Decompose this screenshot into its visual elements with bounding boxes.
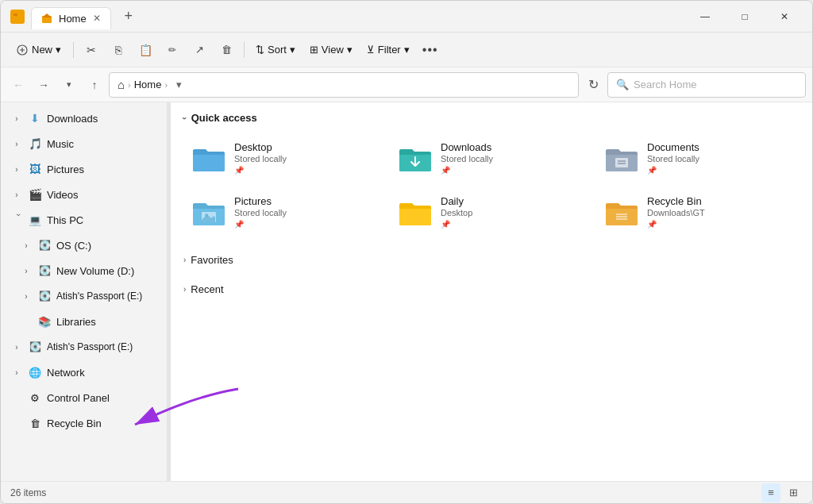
forward-button[interactable]: → xyxy=(33,74,55,96)
folder-sub-recycle-bin: Downloads\GT xyxy=(647,208,705,217)
sidebar-item-videos[interactable]: › 🎬 Videos xyxy=(4,182,164,207)
sidebar-item-network[interactable]: › 🌐 Network xyxy=(4,360,164,385)
sidebar-item-passport-e1[interactable]: › 💽 Atish's Passport (E:) xyxy=(4,283,164,309)
folder-tile-pictures[interactable]: Pictures Stored locally 📌 xyxy=(183,187,387,238)
sidebar-arrow-new-volume-d: › xyxy=(20,264,33,277)
sidebar-item-control-panel[interactable]: › ⚙ Control Panel xyxy=(4,385,164,410)
path-separator-1: › xyxy=(128,80,131,90)
sidebar-item-new-volume-d[interactable]: › 💽 New Volume (D:) xyxy=(4,258,164,283)
minimize-button[interactable]: — xyxy=(687,4,723,29)
toolbar-sep-1 xyxy=(73,42,74,58)
sidebar-icon-this-pc: 💻 xyxy=(28,213,42,227)
cut-button[interactable]: ✂ xyxy=(79,37,104,63)
sidebar-item-recycle-bin[interactable]: › 🗑 Recycle Bin xyxy=(4,410,164,436)
path-separator-2: › xyxy=(164,80,168,90)
sidebar-label-passport-e2: Atish's Passport (E:) xyxy=(47,341,133,352)
share-button[interactable]: ↗ xyxy=(187,37,212,63)
sidebar-arrow-pictures: › xyxy=(10,163,23,175)
recent-header[interactable]: › Recent xyxy=(183,277,800,300)
app-icon xyxy=(10,10,25,24)
folder-icon-documents xyxy=(604,141,639,176)
quick-access-header[interactable]: › Quick access xyxy=(171,102,812,130)
favorites-section: › Favorites xyxy=(171,244,812,274)
sidebar-item-passport-e2[interactable]: › 💽 Atish's Passport (E:) xyxy=(4,334,164,360)
main-area: › ⬇ Downloads › 🎵 Music › 🖼 Pictures › 🎬… xyxy=(1,102,812,481)
address-dropdown-button[interactable]: ▾ xyxy=(171,79,187,90)
sidebar-arrow-network: › xyxy=(10,366,23,379)
rename-button[interactable]: ✏ xyxy=(160,37,185,63)
active-tab[interactable]: Home ✕ xyxy=(31,7,111,29)
favorites-header[interactable]: › Favorites xyxy=(183,248,800,271)
sidebar-label-videos: Videos xyxy=(47,189,79,201)
quick-access-arrow: › xyxy=(180,117,190,120)
sidebar-label-recycle-bin: Recycle Bin xyxy=(47,417,102,429)
filter-chevron: ▾ xyxy=(404,44,410,56)
tab-title: Home xyxy=(59,13,87,25)
sidebar-label-pictures: Pictures xyxy=(47,164,84,175)
sidebar-item-pictures[interactable]: › 🖼 Pictures xyxy=(4,156,164,182)
toolbar-sep-2 xyxy=(244,42,245,58)
sidebar-arrow-downloads: › xyxy=(10,112,23,125)
sidebar-icon-videos: 🎬 xyxy=(28,187,42,202)
recent-locations-button[interactable]: ▾ xyxy=(58,74,80,96)
folder-name-pictures: Pictures xyxy=(234,195,287,207)
view-chevron: ▾ xyxy=(347,44,353,56)
filter-button[interactable]: ⊻ Filter ▾ xyxy=(360,37,416,63)
folder-tile-documents[interactable]: Documents Stored locally 📌 xyxy=(596,133,800,184)
folder-tile-desktop[interactable]: Desktop Stored locally 📌 xyxy=(183,133,387,184)
new-tab-button[interactable]: + xyxy=(118,6,140,28)
maximize-button[interactable]: □ xyxy=(726,4,763,29)
view-button[interactable]: ⊞ View ▾ xyxy=(303,37,359,63)
sidebar-arrow-os-c: › xyxy=(20,239,33,252)
folder-icon-downloads xyxy=(398,141,433,176)
sidebar-item-downloads[interactable]: › ⬇ Downloads xyxy=(4,106,164,131)
folder-tile-downloads[interactable]: Downloads Stored locally 📌 xyxy=(390,133,593,184)
sidebar-label-control-panel: Control Panel xyxy=(47,392,110,404)
folder-sub-desktop: Stored locally xyxy=(234,154,287,164)
sidebar-item-os-c[interactable]: › 💽 OS (C:) xyxy=(4,233,164,258)
folder-name-recycle-bin: Recycle Bin xyxy=(647,195,705,207)
folder-pin-recycle-bin: 📌 xyxy=(647,220,705,229)
more-options-button[interactable]: ••• xyxy=(418,37,443,63)
up-button[interactable]: ↑ xyxy=(83,74,106,96)
paste-button[interactable]: 📋 xyxy=(133,37,158,63)
svg-rect-6 xyxy=(615,158,628,167)
search-box[interactable]: 🔍 Search Home xyxy=(607,72,806,98)
back-button[interactable]: ← xyxy=(7,74,29,96)
new-button[interactable]: New ▾ xyxy=(7,37,68,63)
status-list-view-button[interactable]: ≡ xyxy=(761,483,780,502)
status-grid-view-button[interactable]: ⊞ xyxy=(784,483,803,502)
folder-name-daily: Daily xyxy=(441,195,472,207)
sidebar-item-libraries[interactable]: › 📚 Libraries xyxy=(4,309,164,334)
folder-tile-recycle-bin[interactable]: Recycle Bin Downloads\GT 📌 xyxy=(596,187,800,238)
home-tab-icon xyxy=(41,13,52,24)
delete-button[interactable]: 🗑 xyxy=(214,37,239,63)
toolbar: New ▾ ✂ ⎘ 📋 ✏ ↗ 🗑 ⇅ Sort ▾ ⊞ View ▾ ⊻ Fi… xyxy=(1,33,812,67)
sidebar-label-this-pc: This PC xyxy=(47,214,83,226)
sidebar-icon-new-volume-d: 💽 xyxy=(37,264,52,278)
svg-point-10 xyxy=(205,214,208,217)
folder-tile-daily[interactable]: Daily Desktop 📌 xyxy=(390,187,593,238)
address-bar: ← → ▾ ↑ ⌂ › Home › ▾ ↻ 🔍 Search Home xyxy=(1,67,812,102)
sidebar-icon-control-panel: ⚙ xyxy=(28,391,42,405)
path-home-label: Home xyxy=(134,79,162,90)
sidebar-icon-downloads: ⬇ xyxy=(28,111,42,125)
sidebar-label-network: Network xyxy=(47,367,85,379)
sidebar-item-music[interactable]: › 🎵 Music xyxy=(4,131,164,156)
folder-pin-desktop: 📌 xyxy=(234,166,287,175)
sort-button[interactable]: ⇅ Sort ▾ xyxy=(249,37,302,63)
recent-label: Recent xyxy=(191,283,223,295)
copy-button[interactable]: ⎘ xyxy=(106,37,131,63)
sidebar-arrow-this-pc: › xyxy=(10,214,23,226)
sidebar-label-music: Music xyxy=(47,138,74,150)
address-path[interactable]: ⌂ › Home › ▾ xyxy=(109,72,579,98)
sort-chevron: ▾ xyxy=(290,44,295,56)
folder-info-recycle-bin: Recycle Bin Downloads\GT 📌 xyxy=(647,195,705,229)
folder-info-documents: Documents Stored locally 📌 xyxy=(647,141,699,175)
close-button[interactable]: ✕ xyxy=(766,4,803,29)
favorites-label: Favorites xyxy=(191,254,233,266)
refresh-button[interactable]: ↻ xyxy=(582,74,604,96)
sidebar-item-this-pc[interactable]: › 💻 This PC xyxy=(4,207,164,233)
sidebar-icon-pictures: 🖼 xyxy=(28,162,42,176)
tab-close-button[interactable]: ✕ xyxy=(93,13,101,24)
